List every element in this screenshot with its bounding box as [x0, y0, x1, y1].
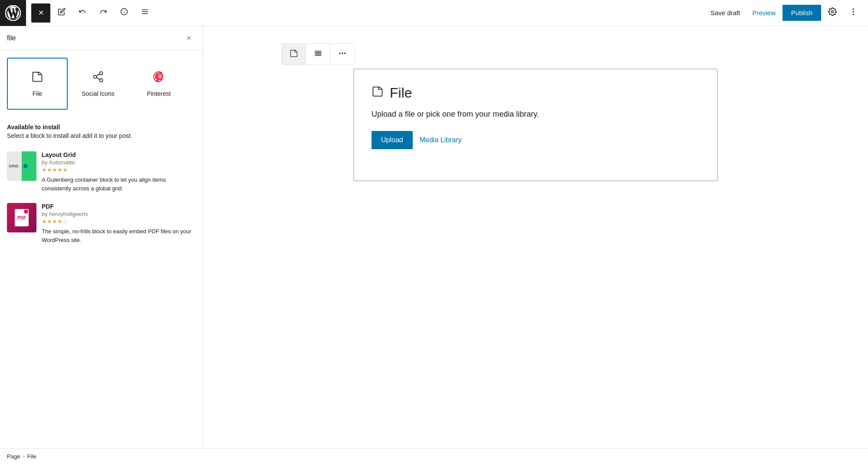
svg-point-9	[853, 11, 854, 12]
breadcrumb-file[interactable]: File	[27, 453, 36, 460]
svg-point-7	[832, 11, 834, 13]
redo-icon	[99, 8, 107, 18]
svg-point-10	[853, 14, 854, 15]
available-section: Available to install Select a block to i…	[0, 117, 203, 146]
pdf-info: PDF by henryholtgeerts ★★★★☆ The simple,…	[42, 203, 196, 244]
block-more-button[interactable]	[330, 44, 355, 65]
file-block-title-icon	[372, 85, 384, 101]
plugin-list: GRID Layout Grid by Automattic ★★★★★ A G…	[0, 146, 203, 249]
edit-button[interactable]	[52, 3, 71, 23]
wp-logo[interactable]	[0, 0, 26, 26]
info-icon	[120, 8, 128, 18]
redo-button[interactable]	[94, 3, 113, 23]
block-item-file[interactable]: File	[7, 58, 68, 110]
breadcrumb-bar: Page › File	[0, 448, 868, 464]
layout-grid-author: by Automattic	[42, 159, 196, 166]
svg-point-22	[345, 53, 345, 54]
block-type-icon	[289, 49, 298, 60]
available-desc: Select a block to install and add it to …	[0, 132, 203, 146]
search-clear-icon: ×	[187, 34, 191, 43]
block-item-pinterest[interactable]: Pinterest	[128, 58, 189, 110]
more-options-icon	[849, 7, 858, 18]
undo-button[interactable]	[73, 3, 92, 23]
layout-grid-info: Layout Grid by Automattic ★★★★★ A Gutenb…	[42, 151, 196, 193]
block-more-icon	[338, 49, 347, 60]
layout-grid-desc: A Gutenberg container block to let you a…	[42, 176, 196, 193]
undo-icon	[79, 8, 86, 18]
search-input[interactable]	[7, 34, 178, 42]
layout-grid-name: Layout Grid	[42, 151, 196, 158]
file-block-title: File	[372, 85, 700, 101]
main-layout: × File Social Icons	[0, 26, 868, 448]
svg-line-14	[96, 77, 100, 79]
breadcrumb-separator: ›	[23, 453, 24, 460]
settings-button[interactable]	[823, 3, 842, 23]
block-toolbar	[281, 43, 355, 65]
toolbar-right: Save draft Preview Publish	[705, 3, 863, 23]
pdf-name: PDF	[42, 203, 196, 210]
info-button[interactable]	[115, 3, 134, 23]
block-align-icon	[314, 49, 322, 60]
edit-icon	[58, 8, 66, 18]
file-block-label: File	[33, 90, 43, 97]
search-clear-button[interactable]: ×	[182, 31, 196, 45]
more-options-button[interactable]	[844, 3, 863, 23]
layout-grid-stars: ★★★★★	[42, 167, 196, 173]
pdf-desc: The simple, no-frills block to easily em…	[42, 227, 196, 244]
pinterest-block-icon	[153, 71, 165, 86]
settings-icon	[828, 7, 837, 18]
main-toolbar: ✕ Save draft Preview Publish	[0, 0, 868, 26]
svg-point-11	[100, 72, 103, 75]
svg-line-15	[96, 74, 100, 76]
save-draft-button[interactable]: Save draft	[705, 6, 745, 20]
close-icon: ✕	[38, 9, 44, 17]
file-block-name: File	[390, 85, 412, 101]
social-icons-block-label: Social Icons	[82, 90, 114, 97]
svg-point-13	[100, 78, 103, 82]
editor-area: File Upload a file or pick one from your…	[203, 26, 868, 448]
pinterest-block-label: Pinterest	[147, 90, 171, 97]
file-block-desc: Upload a file or pick one from your medi…	[372, 110, 700, 119]
pdf-thumbnail: PDF	[7, 203, 36, 232]
svg-point-21	[342, 53, 343, 54]
breadcrumb-page[interactable]: Page	[7, 453, 20, 460]
available-title: Available to install	[0, 117, 203, 132]
publish-button[interactable]: Publish	[783, 5, 821, 21]
sidebar: × File Social Icons	[0, 26, 203, 448]
svg-point-12	[94, 75, 97, 78]
media-library-button[interactable]: Media Library	[420, 131, 462, 149]
plugin-item-layout-grid[interactable]: GRID Layout Grid by Automattic ★★★★★ A G…	[0, 146, 203, 198]
social-icons-block-icon	[92, 71, 104, 86]
block-type-button[interactable]	[282, 44, 306, 65]
file-block-icon	[31, 71, 43, 86]
plugin-item-pdf[interactable]: PDF PDF by henryholtgeerts ★★★★☆ The sim…	[0, 198, 203, 249]
layout-grid-thumbnail: GRID	[7, 151, 36, 181]
block-results: File Social Icons Pinterest	[0, 51, 203, 117]
menu-icon	[141, 8, 149, 18]
block-item-social-icons[interactable]: Social Icons	[68, 58, 128, 110]
block-align-button[interactable]	[306, 44, 330, 65]
close-button[interactable]: ✕	[31, 3, 50, 23]
svg-point-20	[339, 53, 340, 54]
pdf-author: by henryholtgeerts	[42, 211, 196, 217]
upload-button[interactable]: Upload	[372, 131, 413, 149]
pdf-stars: ★★★★☆	[42, 218, 196, 225]
menu-button[interactable]	[135, 3, 155, 23]
file-block: File Upload a file or pick one from your…	[353, 69, 718, 181]
search-bar: ×	[0, 26, 203, 51]
wp-logo-icon	[5, 5, 21, 21]
preview-button[interactable]: Preview	[747, 6, 780, 20]
svg-point-8	[853, 9, 854, 10]
file-block-actions: Upload Media Library	[372, 131, 700, 149]
